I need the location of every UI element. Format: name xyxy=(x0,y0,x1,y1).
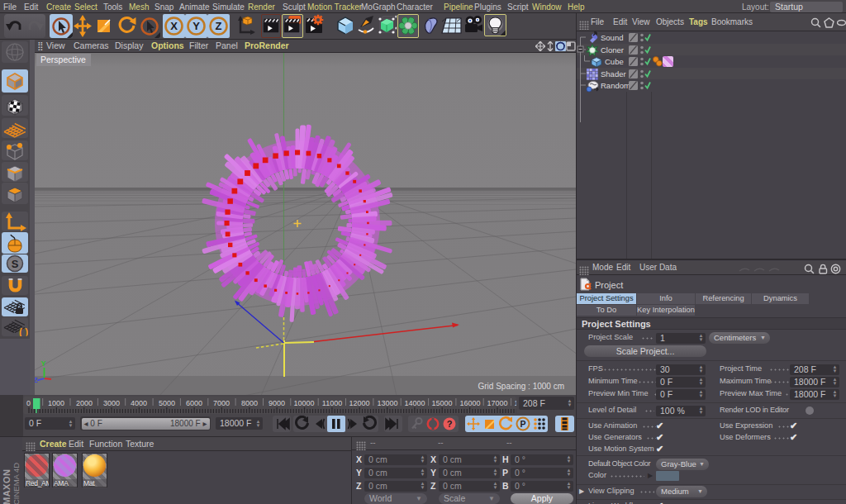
svg-text:Y: Y xyxy=(192,20,200,32)
svg-text:S: S xyxy=(12,258,19,270)
svg-text:4000: 4000 xyxy=(131,399,147,407)
svg-text:2000: 2000 xyxy=(76,399,93,407)
svg-text:17000: 17000 xyxy=(487,399,507,407)
svg-text:14000: 14000 xyxy=(404,399,425,407)
svg-text:5000: 5000 xyxy=(159,399,175,407)
svg-text:1000: 1000 xyxy=(48,399,64,407)
svg-text:15000: 15000 xyxy=(431,399,452,407)
svg-text:13000: 13000 xyxy=(377,399,397,407)
svg-text:P: P xyxy=(520,419,525,429)
svg-text:6000: 6000 xyxy=(186,399,202,407)
svg-text:8000: 8000 xyxy=(241,399,258,407)
svg-text:9000: 9000 xyxy=(269,399,285,407)
svg-text:?: ? xyxy=(447,419,453,429)
svg-text:0: 0 xyxy=(26,399,31,407)
svg-text:10000: 10000 xyxy=(293,399,314,407)
svg-text:18000: 18000 xyxy=(514,399,516,407)
svg-text:11000: 11000 xyxy=(322,399,342,407)
svg-text:3000: 3000 xyxy=(103,399,120,407)
svg-text:16000: 16000 xyxy=(459,399,480,407)
svg-text:( ): ( ) xyxy=(19,326,28,336)
svg-text:Y: Y xyxy=(41,359,46,368)
svg-text:Z: Z xyxy=(216,20,222,32)
svg-text:Z: Z xyxy=(35,376,38,384)
svg-text:X: X xyxy=(170,20,178,32)
svg-text:7000: 7000 xyxy=(213,399,230,407)
svg-text:Grid Spacing : 1000 cm: Grid Spacing : 1000 cm xyxy=(478,382,565,391)
svg-text:12000: 12000 xyxy=(349,399,369,407)
